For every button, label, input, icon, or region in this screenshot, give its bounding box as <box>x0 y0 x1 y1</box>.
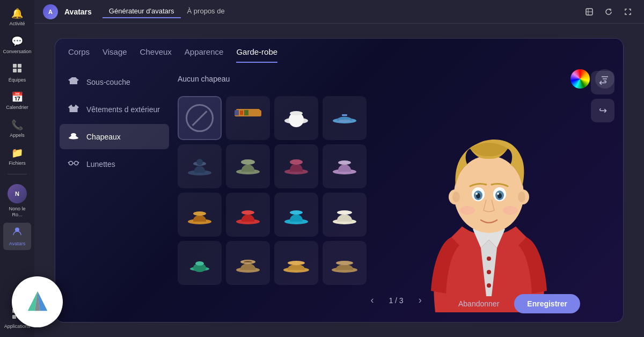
expand-icon[interactable] <box>620 4 635 19</box>
hat-item-13[interactable] <box>226 241 270 285</box>
logo-circle <box>12 276 63 327</box>
svg-point-56 <box>454 156 524 233</box>
hat-item-7[interactable] <box>323 144 367 188</box>
hat-item-5[interactable] <box>226 144 270 188</box>
svg-rect-27 <box>339 120 350 122</box>
logo-svg <box>24 288 52 317</box>
sidebar-item-equipes[interactable]: Équipes <box>3 60 31 86</box>
phone-icon: 📞 <box>11 119 23 131</box>
svg-rect-1 <box>18 64 21 68</box>
undo-button[interactable]: ↩ <box>591 71 614 94</box>
chat-icon: 💬 <box>11 35 23 47</box>
cat-tab-cheveux[interactable]: Cheveux <box>140 47 172 63</box>
sidebar-label-appels: Appels <box>10 133 25 138</box>
svg-point-70 <box>503 206 518 215</box>
calendar-icon: 📅 <box>11 91 23 103</box>
hat-item-9[interactable] <box>226 193 270 237</box>
editor-panel: Corps Visage Cheveux Apparence Garde-rob… <box>55 38 624 323</box>
sidebar-label-user: Nono le Ro... <box>5 206 29 218</box>
nav-item-vetements[interactable]: Vêtements d extérieur <box>60 97 169 122</box>
svg-point-13 <box>75 162 78 165</box>
svg-point-24 <box>290 111 303 115</box>
hat-item-2[interactable] <box>274 96 318 140</box>
main-area: A Avatars Générateur d'avatars À propos … <box>34 0 644 337</box>
sidebar-item-calendrier[interactable]: 📅 Calendrier <box>3 88 31 114</box>
no-hat-line <box>192 111 208 126</box>
refresh-icon[interactable] <box>601 4 616 19</box>
hat-item-3[interactable] <box>323 96 367 140</box>
avatars-icon <box>12 226 23 239</box>
category-tabs: Corps Visage Cheveux Apparence Garde-rob… <box>55 39 623 63</box>
cat-tab-garderobe[interactable]: Garde-robe <box>236 47 277 63</box>
hat-item-11[interactable] <box>323 193 367 237</box>
hat-item-8[interactable] <box>178 193 222 237</box>
sidebar-item-conversation[interactable]: 💬 Conversation <box>3 32 31 58</box>
svg-point-72 <box>487 270 491 274</box>
topbar-icons <box>582 4 635 19</box>
undershirt-icon <box>67 75 80 89</box>
hat-item-1[interactable] <box>226 96 270 140</box>
svg-point-67 <box>475 193 478 195</box>
bottom-actions: Abandonner Enregistrer <box>450 294 580 313</box>
sidebar-divider <box>8 174 27 174</box>
svg-rect-2 <box>13 69 17 72</box>
popout-icon[interactable] <box>582 4 597 19</box>
tab-about[interactable]: À propos de <box>181 5 231 18</box>
svg-point-58 <box>452 192 460 202</box>
hat-item-6[interactable] <box>274 144 318 188</box>
user-avatar: N <box>8 184 27 203</box>
svg-point-30 <box>196 159 203 165</box>
prev-page-button[interactable]: ‹ <box>366 292 378 308</box>
svg-point-44 <box>337 210 352 215</box>
svg-point-60 <box>518 192 525 202</box>
hat-item-4[interactable] <box>178 144 222 188</box>
topbar-tabs: Générateur d'avatars À propos de <box>103 5 231 18</box>
abandon-button[interactable]: Abandonner <box>450 295 508 312</box>
nav-label-sous-couche: Sous-couche <box>86 78 130 86</box>
sidebar-item-user[interactable]: N Nono le Ro... <box>3 179 31 221</box>
hat-item-12[interactable] <box>178 241 222 285</box>
content-area: Corps Visage Cheveux Apparence Garde-rob… <box>34 24 644 337</box>
no-hat-circle <box>186 104 214 132</box>
sidebar-item-fichiers[interactable]: 📁 Fichiers <box>3 144 31 170</box>
svg-point-32 <box>241 159 255 165</box>
svg-point-68 <box>497 193 499 195</box>
nav-item-lunettes[interactable]: Lunettes <box>60 151 169 177</box>
logo-inner <box>24 288 52 316</box>
cat-tab-visage[interactable]: Visage <box>103 47 127 63</box>
nav-label-lunettes: Lunettes <box>86 160 115 169</box>
redo-button[interactable]: ↪ <box>591 99 614 122</box>
svg-rect-21 <box>244 110 248 115</box>
sidebar-label-fichiers: Fichiers <box>9 160 26 166</box>
svg-rect-19 <box>235 110 239 115</box>
nav-item-sous-couche[interactable]: Sous-couche <box>60 69 169 94</box>
hat-icon <box>67 129 80 144</box>
sidebar-label-avatars: Avatars <box>9 241 25 247</box>
hat-item-none[interactable] <box>178 96 222 140</box>
sidebar-item-appels[interactable]: 📞 Appels <box>3 116 31 142</box>
topbar-avatar: A <box>43 4 58 19</box>
cat-tab-corps[interactable]: Corps <box>68 47 90 63</box>
glasses-icon <box>67 157 80 171</box>
bell-icon: 🔔 <box>11 8 23 19</box>
topbar-title: Avatars <box>64 8 92 16</box>
sidebar-item-activite[interactable]: 🔔 Activité <box>3 4 31 30</box>
hat-item-15[interactable] <box>323 241 367 285</box>
sidebar-item-avatars[interactable]: Avatars <box>3 223 31 250</box>
svg-rect-26 <box>342 114 347 116</box>
hat-item-14[interactable] <box>274 241 318 285</box>
svg-point-38 <box>193 211 206 216</box>
nav-item-chapeaux[interactable]: Chapeaux <box>60 124 169 149</box>
avatar-preview <box>392 65 586 312</box>
svg-rect-3 <box>18 69 21 72</box>
avatar-svg <box>398 82 580 312</box>
cat-tab-apparence[interactable]: Apparence <box>185 47 224 63</box>
files-icon: 📁 <box>11 147 23 159</box>
tab-generator[interactable]: Générateur d'avatars <box>103 5 181 18</box>
left-nav: Sous-couche Vêtements d extérieur <box>55 63 173 322</box>
sidebar-label-equipes: Équipes <box>9 77 26 83</box>
sidebar-label-calendrier: Calendrier <box>6 105 28 111</box>
save-button[interactable]: Enregistrer <box>514 294 580 313</box>
teams-icon <box>12 63 22 76</box>
hat-item-10[interactable] <box>274 193 318 237</box>
